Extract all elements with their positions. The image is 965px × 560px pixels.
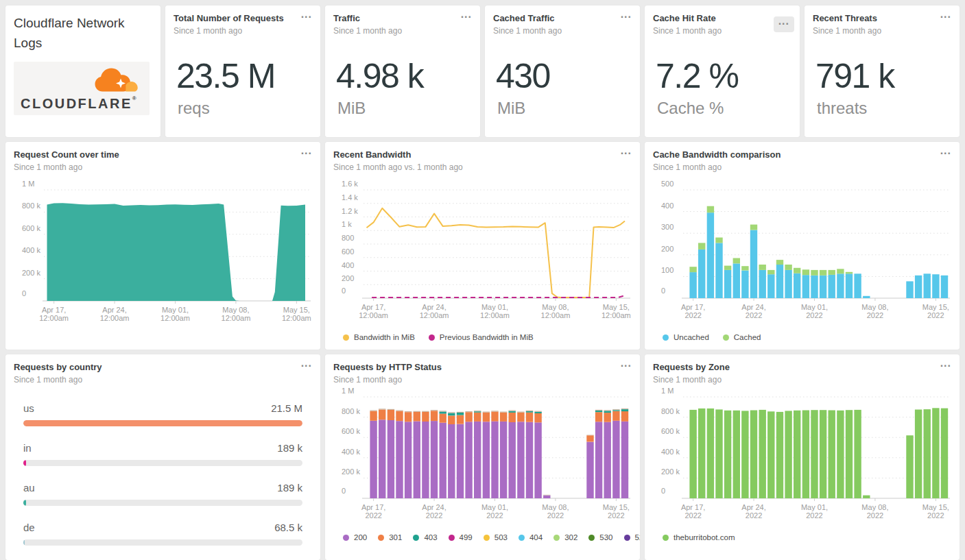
- dashboard-title: Cloudflare Network Logs: [14, 13, 152, 53]
- panel-subtitle: Since 1 month ago vs. 1 month ago: [333, 162, 632, 172]
- chart-panel-requests-by-country: ... Requests by country Since 1 month ag…: [5, 354, 320, 560]
- panel-menu-icon[interactable]: ...: [621, 10, 632, 19]
- stat-panel-recent-threats: ... Recent Threats Since 1 month ago 791…: [805, 5, 960, 137]
- svg-text:12:00am: 12:00am: [420, 311, 449, 319]
- panel-menu-icon[interactable]: ...: [940, 146, 951, 156]
- request-count-chart[interactable]: 1 M800 k600 k400 k200 k0Apr 17,12:00amAp…: [14, 172, 312, 331]
- zone-chart[interactable]: 1 M800 k600 k400 k200 k0Apr 17,2022Apr 2…: [653, 385, 951, 528]
- svg-text:12:00am: 12:00am: [282, 314, 311, 322]
- cache-bandwidth-chart[interactable]: 5004003002001000Apr 17,2022Apr 24,2022Ma…: [653, 172, 951, 328]
- panel-menu-icon[interactable]: ...: [621, 358, 632, 368]
- svg-text:500: 500: [661, 180, 674, 188]
- svg-text:200 k: 200 k: [661, 467, 680, 476]
- country-row: in189 k: [23, 442, 302, 466]
- stat-unit: MiB: [337, 99, 472, 118]
- legend-item[interactable]: 403: [413, 533, 437, 541]
- svg-text:200 k: 200 k: [22, 269, 40, 277]
- legend-label: 403: [424, 533, 437, 541]
- panel-title: Total Number of Requests: [174, 13, 312, 23]
- legend-item[interactable]: Previous Bandwidth in MiB: [429, 333, 534, 341]
- svg-text:2022: 2022: [867, 311, 883, 319]
- svg-text:May 01,: May 01,: [162, 306, 189, 314]
- stat-unit: MiB: [497, 99, 632, 118]
- legend-label: Previous Bandwidth in MiB: [440, 333, 534, 341]
- chart-legend: 200301403499503404302530526524: [333, 533, 632, 541]
- country-bar-list: us21.5 Min189 kau189 kde68.5 k: [14, 402, 312, 546]
- stat-panel-cache-hit-rate: ... Cache Hit Rate Since 1 month ago 7.2…: [645, 5, 800, 137]
- panel-menu-icon[interactable]: ...: [301, 146, 312, 156]
- panel-menu-icon[interactable]: ...: [940, 358, 951, 368]
- chart-panel-requests-by-http-status: ... Requests by HTTP Status Since 1 mont…: [325, 354, 640, 560]
- panel-menu-icon[interactable]: ...: [301, 10, 312, 19]
- svg-text:May 01,: May 01,: [481, 303, 508, 311]
- chart-legend: Bandwidth in MiBPrevious Bandwidth in Mi…: [333, 333, 632, 341]
- legend-item[interactable]: 503: [484, 533, 508, 541]
- cloudflare-wordmark: CLOUDFLARE®: [21, 96, 143, 111]
- legend-dot-icon: [663, 535, 669, 541]
- country-bar-track: [23, 539, 302, 546]
- country-row: au189 k: [23, 482, 302, 506]
- panel-subtitle: Since 1 month ago: [493, 26, 632, 36]
- http-status-chart[interactable]: 1 M800 k600 k400 k200 k0Apr 17,2022Apr 2…: [333, 385, 632, 528]
- country-row: us21.5 M: [23, 402, 302, 426]
- legend-item[interactable]: Bandwidth in MiB: [343, 333, 415, 341]
- svg-text:12:00am: 12:00am: [541, 311, 571, 319]
- legend-item[interactable]: 499: [449, 533, 473, 541]
- legend-item[interactable]: 301: [378, 533, 402, 541]
- legend-dot-icon: [429, 334, 435, 341]
- legend-item[interactable]: 530: [588, 533, 612, 541]
- svg-text:1.4 k: 1.4 k: [342, 193, 358, 202]
- legend-item[interactable]: Uncached: [663, 333, 709, 341]
- legend-item[interactable]: 526: [624, 533, 641, 541]
- panel-title: Request Count over time: [14, 149, 312, 160]
- chart-panel-recent-bandwidth: ... Recent Bandwidth Since 1 month ago v…: [325, 142, 640, 350]
- panel-menu-icon[interactable]: ...: [940, 10, 951, 19]
- legend-item[interactable]: 404: [519, 533, 543, 541]
- panel-subtitle: Since 1 month ago: [333, 26, 472, 36]
- panel-title: Requests by Zone: [653, 362, 951, 372]
- svg-text:Apr 17,: Apr 17,: [361, 303, 385, 311]
- svg-text:12:00am: 12:00am: [100, 314, 130, 322]
- svg-text:May 01,: May 01,: [481, 503, 508, 511]
- svg-text:800 k: 800 k: [342, 407, 360, 415]
- country-bar-fill: [23, 420, 302, 426]
- svg-text:1 M: 1 M: [22, 180, 34, 188]
- chart-panel-cache-bandwidth: ... Cache Bandwidth comparison Since 1 m…: [645, 142, 960, 350]
- panel-title: Cache Bandwidth comparison: [653, 149, 951, 160]
- svg-text:2022: 2022: [608, 511, 624, 520]
- panel-menu-icon[interactable]: ...: [461, 10, 472, 19]
- svg-text:800 k: 800 k: [22, 202, 40, 210]
- svg-text:Apr 24,: Apr 24,: [422, 503, 446, 511]
- chart-legend: UncachedCached: [653, 333, 951, 341]
- svg-text:2022: 2022: [365, 511, 381, 520]
- legend-item[interactable]: Cached: [723, 333, 761, 341]
- country-bar-fill: [23, 539, 25, 546]
- svg-text:Apr 24,: Apr 24,: [741, 503, 765, 511]
- svg-text:800: 800: [342, 234, 354, 242]
- panel-menu-icon[interactable]: ...: [301, 358, 312, 368]
- legend-item[interactable]: theburritobot.com: [663, 533, 735, 541]
- svg-text:300: 300: [661, 223, 674, 231]
- panel-menu-icon[interactable]: ...: [774, 16, 794, 32]
- country-bar-fill: [23, 500, 26, 506]
- logo-text: CLOUDFLARE: [21, 96, 132, 111]
- svg-text:2022: 2022: [806, 311, 822, 319]
- svg-text:12:00am: 12:00am: [601, 311, 631, 319]
- country-label: in: [23, 442, 32, 454]
- legend-item[interactable]: 200: [343, 533, 367, 541]
- panel-menu-icon[interactable]: ...: [621, 146, 632, 156]
- panel-subtitle: Since 1 month ago: [14, 162, 312, 172]
- legend-label: 200: [354, 533, 367, 541]
- svg-text:May 15,: May 15,: [603, 303, 630, 311]
- recent-bandwidth-chart[interactable]: 1.6 k1.4 k1.2 k1 k8006004002000Apr 17,12…: [333, 172, 632, 328]
- svg-text:May 15,: May 15,: [603, 503, 630, 511]
- panel-subtitle: Since 1 month ago: [653, 26, 791, 36]
- country-label: au: [23, 482, 35, 494]
- svg-text:2022: 2022: [927, 311, 944, 319]
- legend-item[interactable]: 302: [553, 533, 577, 541]
- country-value: 189 k: [277, 442, 302, 454]
- svg-text:1.2 k: 1.2 k: [342, 207, 358, 215]
- chart-legend: theburritobot.com: [653, 533, 951, 541]
- panel-title: Traffic: [333, 13, 472, 23]
- svg-text:400 k: 400 k: [661, 448, 680, 456]
